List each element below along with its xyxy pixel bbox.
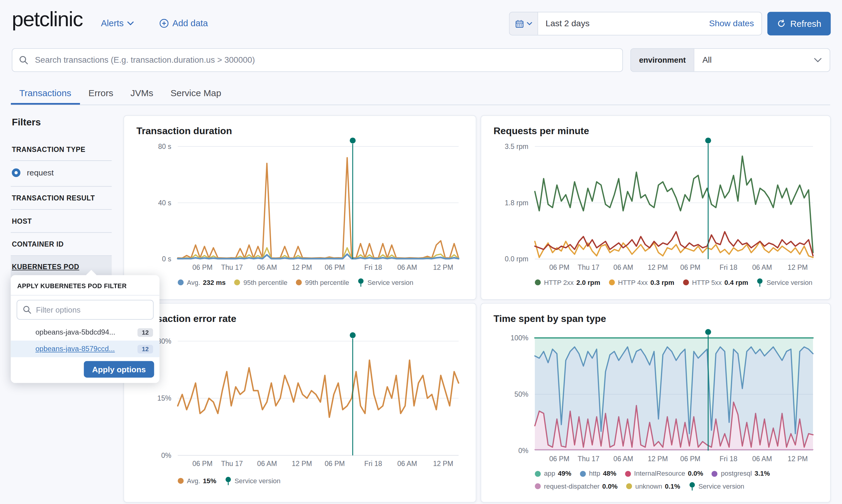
svg-text:Fri 18: Fri 18 bbox=[364, 460, 382, 468]
filters-sidebar: Filters TRANSACTION TYPErequestTRANSACTI… bbox=[11, 114, 112, 277]
svg-text:Thu 17: Thu 17 bbox=[221, 460, 243, 468]
date-picker: Last 2 days Show dates bbox=[509, 12, 762, 35]
svg-text:06 PM: 06 PM bbox=[325, 460, 345, 468]
tab-service-map[interactable]: Service Map bbox=[162, 82, 230, 105]
divider bbox=[11, 295, 160, 296]
svg-text:15%: 15% bbox=[157, 394, 171, 402]
legend-item-http-5xx[interactable]: HTTP 5xx0.4 rpm bbox=[683, 278, 749, 286]
legend-item-95th-percentile[interactable]: 95th percentile bbox=[234, 278, 287, 286]
svg-text:Fri 18: Fri 18 bbox=[720, 455, 737, 463]
legend-item-internalresource[interactable]: InternalResource0.0% bbox=[625, 470, 703, 478]
sidebar-section-host[interactable]: HOST bbox=[11, 210, 112, 232]
service-version-pin-icon bbox=[689, 482, 695, 491]
svg-text:0.0 rpm: 0.0 rpm bbox=[504, 255, 528, 263]
svg-text:06 PM: 06 PM bbox=[549, 455, 569, 463]
legend-item-unknown[interactable]: unknown0.1% bbox=[626, 483, 680, 490]
legend-item-app[interactable]: app49% bbox=[535, 470, 571, 478]
svg-text:12 PM: 12 PM bbox=[433, 460, 453, 468]
radio-option-label: request bbox=[27, 168, 54, 177]
svg-text:0 s: 0 s bbox=[162, 255, 171, 263]
svg-text:1.8 rpm: 1.8 rpm bbox=[504, 199, 528, 207]
popup-options-list: opbeans-java-5bdcd94...12opbeans-java-85… bbox=[11, 324, 160, 357]
rpm-legend: HTTP 2xx2.0 rpmHTTP 4xx0.3 rpmHTTP 5xx0.… bbox=[535, 278, 823, 287]
filters-title: Filters bbox=[12, 117, 111, 128]
show-dates-button[interactable]: Show dates bbox=[709, 19, 761, 28]
tab-transactions[interactable]: Transactions bbox=[11, 82, 80, 105]
svg-text:100%: 100% bbox=[511, 334, 529, 342]
legend-label: Avg. bbox=[187, 278, 200, 286]
refresh-label: Refresh bbox=[790, 18, 821, 29]
apply-options-button[interactable]: Apply options bbox=[84, 361, 154, 377]
search-icon bbox=[19, 55, 28, 65]
legend-item-service-version[interactable]: Service version bbox=[358, 278, 413, 287]
legend-item-postgresql[interactable]: postgresql3.1% bbox=[711, 470, 770, 478]
legend-swatch bbox=[580, 470, 586, 476]
legend-item-service-version[interactable]: Service version bbox=[757, 278, 812, 287]
refresh-icon bbox=[777, 19, 785, 28]
svg-text:06 PM: 06 PM bbox=[325, 264, 345, 271]
sidebar-section-container-id[interactable]: CONTAINER ID bbox=[11, 233, 112, 255]
apm-service-page: petclinic Alerts Add data Last 2 days Sh… bbox=[0, 0, 842, 504]
svg-text:3.5 rpm: 3.5 rpm bbox=[504, 143, 528, 150]
calendar-icon bbox=[515, 19, 524, 28]
legend-item-avg[interactable]: Avg.15% bbox=[178, 477, 217, 485]
environment-select[interactable]: All bbox=[694, 49, 830, 71]
filter-options-input[interactable] bbox=[17, 300, 154, 320]
popup-option-opbeans-java-5bdcd94[interactable]: opbeans-java-5bdcd94...12 bbox=[11, 324, 160, 341]
legend-value: 232 ms bbox=[203, 278, 225, 286]
legend-swatch bbox=[178, 478, 184, 484]
legend-item-http-2xx[interactable]: HTTP 2xx2.0 rpm bbox=[535, 278, 600, 286]
search-icon bbox=[23, 305, 32, 314]
time-range-value[interactable]: Last 2 days bbox=[538, 19, 709, 28]
add-data-label: Add data bbox=[172, 18, 208, 28]
alerts-label: Alerts bbox=[101, 18, 124, 28]
svg-text:0%: 0% bbox=[161, 452, 171, 460]
popup-title: APPLY KUBERNETES POD FILTER bbox=[11, 275, 160, 295]
popup-option-label: opbeans-java-5bdcd94... bbox=[35, 328, 115, 337]
legend-item-service-version[interactable]: Service version bbox=[689, 482, 744, 491]
svg-text:12 PM: 12 PM bbox=[292, 460, 312, 468]
legend-item-avg[interactable]: Avg.232 ms bbox=[178, 278, 226, 286]
legend-value: 0.1% bbox=[665, 483, 680, 490]
kubernetes-pod-filter-popup: APPLY KUBERNETES POD FILTER opbeans-java… bbox=[11, 275, 160, 383]
service-version-pin-icon bbox=[358, 278, 364, 287]
legend-item-99th-percentile[interactable]: 99th percentile bbox=[296, 278, 349, 286]
requests-per-minute-card: Requests per minute 3.5 rpm1.8 rpm0.0 rp… bbox=[481, 115, 831, 300]
legend-item-http-4xx[interactable]: HTTP 4xx0.3 rpm bbox=[609, 278, 674, 286]
sidebar-section-transaction-result[interactable]: TRANSACTION RESULT bbox=[11, 186, 112, 209]
tab-errors[interactable]: Errors bbox=[80, 82, 122, 105]
legend-label: Service version bbox=[235, 477, 280, 485]
legend-label: HTTP 2xx bbox=[544, 278, 573, 286]
radio-option-request[interactable]: request bbox=[11, 161, 112, 186]
sidebar-section-kubernetes-pod[interactable]: KUBERNETES POD bbox=[11, 256, 112, 278]
legend-label: Service version bbox=[767, 278, 812, 286]
legend-item-request-dispatcher[interactable]: request-dispatcher0.0% bbox=[535, 483, 617, 490]
popup-option-label: opbeans-java-8579ccd... bbox=[35, 345, 115, 353]
error-legend: Avg.15%Service version bbox=[178, 476, 468, 485]
svg-text:12 PM: 12 PM bbox=[788, 455, 808, 463]
sidebar-section-label: KUBERNETES POD bbox=[12, 263, 79, 271]
plus-circle-icon bbox=[159, 19, 168, 28]
svg-text:Thu 17: Thu 17 bbox=[578, 455, 599, 463]
tab-jvms[interactable]: JVMs bbox=[122, 82, 162, 105]
radio-icon[interactable] bbox=[12, 168, 20, 177]
page-title: petclinic bbox=[12, 7, 83, 31]
legend-swatch bbox=[535, 280, 541, 286]
svg-text:Thu 17: Thu 17 bbox=[221, 264, 243, 271]
service-version-pin-icon bbox=[757, 278, 763, 287]
legend-item-http[interactable]: http48% bbox=[580, 470, 616, 478]
legend-label: Avg. bbox=[187, 477, 200, 485]
svg-text:0%: 0% bbox=[518, 447, 528, 454]
sidebar-section-transaction-type[interactable]: TRANSACTION TYPE bbox=[11, 138, 112, 160]
date-quick-select-button[interactable] bbox=[510, 12, 538, 35]
svg-text:50%: 50% bbox=[515, 390, 529, 398]
popup-option-opbeans-java-8579ccd[interactable]: opbeans-java-8579ccd...12 bbox=[11, 341, 160, 357]
search-input[interactable] bbox=[12, 48, 623, 72]
legend-swatch bbox=[711, 470, 718, 476]
svg-text:40 s: 40 s bbox=[158, 199, 171, 207]
refresh-button[interactable]: Refresh bbox=[768, 12, 831, 35]
alerts-menu[interactable]: Alerts bbox=[101, 18, 134, 28]
add-data-button[interactable]: Add data bbox=[159, 18, 208, 28]
chevron-down-icon bbox=[814, 58, 822, 62]
legend-item-service-version[interactable]: Service version bbox=[225, 476, 280, 485]
